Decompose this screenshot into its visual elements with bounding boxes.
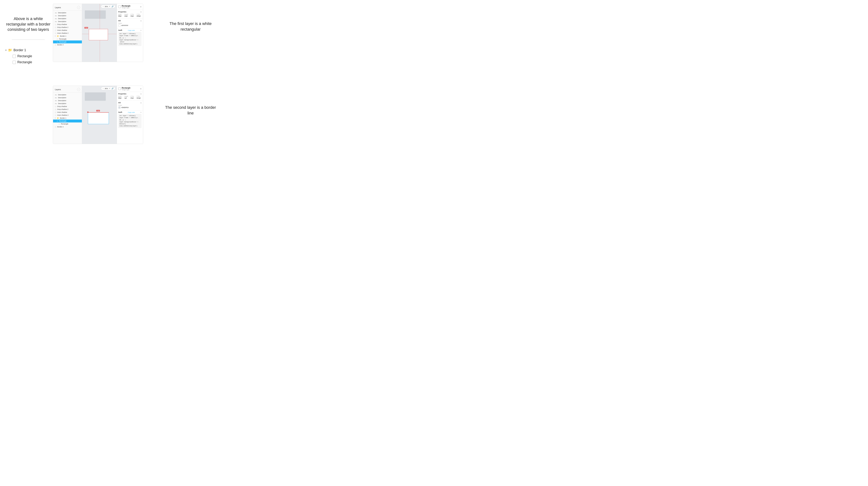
- layer2-item-aa4[interactable]: Aa Description: [53, 102, 82, 105]
- props-title-block-1: Rectangle Shape layer: [122, 5, 130, 8]
- zoom-level-2: 85%: [105, 88, 108, 90]
- layer-item-dropshadow[interactable]: ▢ Drop shadow: [53, 23, 82, 26]
- layer2-label-rect1: Rectangle: [59, 120, 67, 122]
- layer-label-border1: Border 1: [60, 35, 66, 37]
- layer2-item-innershadow2[interactable]: ▢ Inner shadow 2: [53, 114, 82, 117]
- swift-title-1: Swift: [118, 29, 122, 31]
- layer2-item-aa2[interactable]: Aa Description: [53, 96, 82, 99]
- tree-group-border1[interactable]: ▾ 📁 Border 1: [5, 47, 56, 53]
- link-btn-2[interactable]: 🔗: [112, 88, 114, 90]
- zoom-out-btn-2[interactable]: −: [103, 88, 104, 90]
- width-value-1: 88pt: [118, 15, 123, 17]
- height-label-2: Height: [124, 96, 129, 97]
- layer-item-rect1[interactable]: ▢ Rectangle: [53, 37, 82, 40]
- canvas-preview-rect-2: [85, 92, 106, 101]
- layer2-label-border2: Border 2: [57, 126, 64, 128]
- layer-item-dropshadow2[interactable]: ▢ Drop shadow 2: [53, 26, 82, 29]
- code-line-3: layer.backgroundColor = .white: [119, 39, 141, 43]
- fill-colour-label-2: Colour: [118, 105, 142, 106]
- layer2-item-innershadow[interactable]: ▢ Inner shadow: [53, 111, 82, 114]
- link-btn-1[interactable]: 🔗: [112, 5, 114, 7]
- canvas-border-rect-2: [88, 112, 109, 124]
- props-field-height-2: Height 1pt: [124, 96, 129, 99]
- layer2-label-aa1: Description: [58, 94, 66, 96]
- layers-collapse-btn-2[interactable]: ‹: [77, 88, 80, 91]
- layer-item-rect2-active[interactable]: ▢ Rectangle: [53, 40, 82, 43]
- props-panel-2: Rectangle Shape layer ✕ Properties ∧ Wid…: [117, 86, 143, 144]
- chevron-icon-b1: ▾: [55, 35, 56, 37]
- layers-collapse-btn-1[interactable]: ‹: [77, 6, 80, 9]
- layer2-item-aa3[interactable]: Aa Description: [53, 99, 82, 102]
- swift-chevron-2: ∧: [141, 111, 142, 113]
- layer2-item-rect1-active[interactable]: ▢ Rectangle: [53, 120, 82, 123]
- layers-header-2: Layers ‹: [53, 87, 82, 93]
- tree-rect-1[interactable]: Rectangle: [5, 53, 56, 59]
- swift-copy-btn-2[interactable]: Copy code: [128, 111, 135, 113]
- layer2-item-dropshadow2[interactable]: ▢ Drop shadow 2: [53, 108, 82, 111]
- layer2-item-border2[interactable]: ▢ Border 2: [53, 125, 82, 128]
- layer-item-aa2[interactable]: Aa Description: [53, 14, 82, 17]
- props-subtitle-1: Shape layer: [122, 7, 130, 8]
- zoom-in-btn-1[interactable]: +: [109, 5, 110, 7]
- chevron-down-icon: ▾: [5, 48, 6, 52]
- layers-tree: ▾ 📁 Border 1 Rectangle Rectangle: [5, 47, 56, 65]
- props-field-xpos-1: X Pos 32pt: [130, 14, 135, 17]
- layer-item-border2[interactable]: ▢ Border 2: [53, 43, 82, 46]
- tree-rect-label-2: Rectangle: [17, 60, 32, 64]
- layer-item-aa3[interactable]: Aa Description: [53, 17, 82, 20]
- fill-colour-label-1: Colour: [118, 23, 142, 24]
- folder-icon-b1: 📁: [57, 35, 59, 37]
- fill-color-row-1: #FFFFFF: [118, 25, 142, 27]
- rect-icon-ds2: ▢: [55, 27, 56, 28]
- swift-copy-btn-1[interactable]: Copy code: [128, 30, 135, 31]
- layer2-item-aa1[interactable]: Aa Description: [53, 93, 82, 96]
- layer-item-border1[interactable]: ▾ 📁 Border 1: [53, 35, 82, 37]
- layer-label-dropshadow2: Drop shadow 2: [57, 26, 68, 28]
- zoom-in-btn-2[interactable]: +: [109, 88, 110, 90]
- props-close-btn-2[interactable]: ✕: [140, 88, 142, 90]
- zoom-level-1: 85%: [105, 6, 108, 7]
- rect-icon-r2: ▢: [57, 41, 58, 43]
- layer-item-innershadow[interactable]: ▢ Inner shadow: [53, 29, 82, 32]
- props-field-ypos-1: Y Pos 280pt: [136, 14, 142, 17]
- annotation-text-top: Above is a white rectangular with a bord…: [5, 16, 52, 32]
- layer-item-innershadow2[interactable]: ▢ Inner shadow 2: [53, 32, 82, 35]
- ypos-value-1: 280pt: [136, 15, 142, 17]
- zoom-out-btn-1[interactable]: −: [103, 5, 104, 7]
- tree-rect-2[interactable]: Rectangle: [5, 59, 56, 65]
- layer-item-aa1[interactable]: Aa Description: [53, 11, 82, 14]
- layer2-label-dropshadow2: Drop shadow 2: [57, 108, 68, 110]
- layer2-item-border1[interactable]: ▾ 📁 Border 1: [53, 117, 82, 120]
- props-section-properties-2: Properties ∧ Width 88pt Height 1pt X Pos…: [117, 92, 143, 101]
- rect2-icon-r1: ▢: [57, 120, 58, 122]
- layer-item-aa4[interactable]: Aa Description: [53, 20, 82, 23]
- layer2-item-rect2[interactable]: ▢ Rectangle: [53, 123, 82, 125]
- properties-label-1: Properties: [118, 11, 127, 13]
- height-value-2: 1pt: [124, 97, 129, 99]
- code-line-4: view.addSubview(layer): [119, 43, 141, 45]
- tree-rect-label-1: Rectangle: [17, 54, 32, 58]
- layer2-label-aa4: Description: [58, 103, 66, 104]
- layer2-label-dropshadow: Drop shadow: [57, 105, 67, 107]
- code-block-2: let layer = UIView() layer.frame = CGRec…: [118, 114, 142, 128]
- layer2-item-dropshadow[interactable]: ▢ Drop shadow: [53, 105, 82, 108]
- layers-title-2: Layers: [55, 88, 61, 91]
- layers-title-1: Layers: [55, 6, 61, 8]
- props-title-row-2: Rectangle Shape layer: [118, 87, 130, 91]
- canvas-border-rect-1: [89, 29, 108, 40]
- rect-icon-is2: ▢: [55, 32, 56, 34]
- props-field-width-2: Width 88pt: [118, 96, 123, 99]
- rect2-icon-b2: ▢: [55, 126, 56, 128]
- rect2-icon-is: ▢: [55, 111, 56, 113]
- layer-label-aa3: Description: [58, 18, 66, 20]
- props-close-btn-1[interactable]: ✕: [140, 6, 142, 8]
- fill-label-1: Fill: [118, 20, 121, 22]
- layer2-label-border1: Border 1: [60, 117, 66, 119]
- fill-chevron-2: ∧: [141, 102, 142, 104]
- chevron2-b1: ▾: [55, 117, 56, 119]
- xpos-value-2: 32pt: [130, 97, 135, 99]
- swift-header-2: Swift Copy code ∧: [118, 111, 142, 113]
- ypos-value-2: 324pt: [136, 97, 142, 99]
- code2-line-2: layer.frame = CGRect(x: 32, y: ;: [119, 117, 141, 121]
- fill-color-row-2: #D8DFE4: [118, 106, 142, 108]
